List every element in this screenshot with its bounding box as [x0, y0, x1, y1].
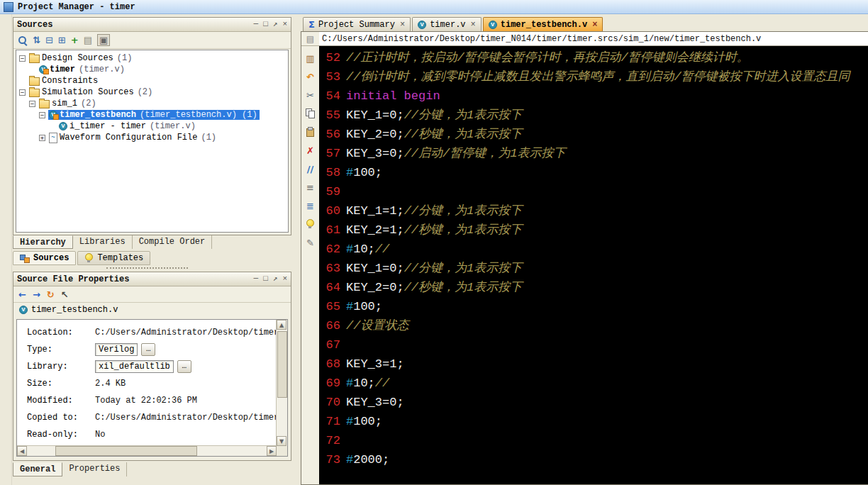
line-numbers-icon[interactable]: ≡ — [304, 182, 317, 193]
code-line-52[interactable]: 52//正计时时，按启动/暂停键会暂停计时，再按启动/暂停键则会继续计时。 — [319, 48, 868, 67]
tab-project-summary[interactable]: ΣProject Summary× — [303, 17, 411, 31]
close-tab-icon[interactable]: × — [592, 20, 597, 30]
toggle-comment-icon[interactable]: // — [304, 163, 317, 174]
property-value-box[interactable]: xil_defaultlib — [95, 360, 174, 373]
code-line-67[interactable]: 67 — [319, 335, 868, 355]
close-tab-icon[interactable]: × — [400, 20, 405, 30]
close-tab-icon[interactable]: × — [471, 20, 476, 30]
delete-icon[interactable]: ✗ — [304, 145, 317, 156]
horizontal-scrollbar[interactable]: ◀ ▶ — [17, 445, 277, 456]
scroll-up-icon[interactable]: ▲ — [277, 320, 286, 330]
code-line-70[interactable]: 70KEY_3=0; — [319, 393, 868, 412]
code-line-56[interactable]: 56KEY_2=0;//秒键，为1表示按下 — [319, 125, 868, 144]
code-line-63[interactable]: 63KEY_1=0;//分键，为1表示按下 — [319, 259, 868, 278]
verilog-file-icon — [489, 21, 497, 29]
tree-item-simulation-sources[interactable]: −Simulation Sources(2) — [16, 87, 288, 98]
code-line-60[interactable]: 60KEY_1=1;//分键，为1表示按下 — [319, 201, 868, 221]
collapse-icon[interactable]: − — [19, 55, 26, 62]
tree-item-waveform-configuration-file[interactable]: +Waveform Configuration File(1) — [16, 132, 288, 143]
code-line-59[interactable]: 59 — [319, 182, 868, 201]
select-pointer-icon[interactable]: ↖ — [61, 290, 69, 299]
tab-hierarchy[interactable]: Hierarchy — [13, 235, 73, 249]
maximize-button[interactable]: □ — [263, 21, 268, 28]
tab-sources[interactable]: Sources — [13, 251, 76, 265]
tab-properties[interactable]: Properties — [62, 462, 127, 476]
tree-item-sim-1[interactable]: −sim_1(2) — [16, 98, 288, 109]
folder-icon — [29, 77, 40, 86]
collapse-icon[interactable]: − — [19, 89, 26, 96]
tree-item-i-timer[interactable]: i_timer - timer(timer.v) — [16, 121, 288, 132]
tab-general[interactable]: General — [13, 462, 62, 476]
code-area[interactable]: 52//正计时时，按启动/暂停键会暂停计时，再按启动/暂停键则会继续计时。53/… — [319, 46, 868, 484]
tab-templates[interactable]: Templates — [77, 251, 150, 265]
tab-compile-order[interactable]: Compile Order — [133, 235, 213, 249]
tab-timer-v[interactable]: timer.v× — [412, 17, 482, 31]
tree-item-text: Simulation Sources — [42, 87, 134, 97]
tree-item-constraints[interactable]: Constraints — [16, 75, 288, 87]
minimize-button[interactable]: ─ — [254, 21, 259, 28]
browse-button[interactable]: … — [177, 360, 191, 373]
collapse-icon[interactable]: − — [29, 101, 35, 107]
vertical-scrollbar[interactable]: ▲ ▼ — [276, 320, 287, 446]
paste-icon[interactable] — [304, 126, 317, 138]
add-sources-icon[interactable]: + — [71, 35, 79, 45]
close-button[interactable]: × — [282, 275, 287, 283]
code-line-54[interactable]: 54initial begin — [319, 87, 868, 106]
tree-item-design-sources[interactable]: −Design Sources(1) — [16, 52, 288, 64]
tab-timer-testbench-v[interactable]: timer_testbench.v× — [483, 17, 603, 31]
line-number: 58 — [319, 163, 346, 182]
address-book-icon[interactable]: ▥ — [304, 52, 317, 64]
property-value-box[interactable]: Verilog — [95, 343, 138, 356]
code-line-55[interactable]: 55KEY_1=0;//分键，为1表示按下 — [319, 106, 868, 125]
lightbulb-icon[interactable] — [304, 218, 317, 230]
edit-mode-icon[interactable]: ✎ — [304, 237, 317, 248]
code-line-57[interactable]: 57KEY_3=0;//启动/暂停键，为1表示按下 — [319, 144, 868, 163]
code-line-64[interactable]: 64KEY_2=0;//秒键，为1表示按下 — [319, 278, 868, 297]
forward-icon[interactable]: → — [33, 290, 40, 299]
code-line-69[interactable]: 69#10;// — [319, 374, 868, 393]
minimize-button[interactable]: ─ — [254, 275, 259, 283]
code-line-65[interactable]: 65#100; — [319, 297, 868, 316]
collapse-icon[interactable]: − — [39, 112, 45, 118]
cut-icon[interactable]: ✂ — [304, 89, 317, 101]
expand-icon[interactable]: + — [39, 135, 45, 141]
back-icon[interactable]: ← — [18, 290, 26, 299]
editor-tabbar: ΣProject Summary×timer.v×timer_testbench… — [301, 17, 868, 31]
vivado-window: Project Manager - timer Sources ─□↗× ⇅⊟⊞… — [0, 0, 868, 485]
code-line-58[interactable]: 58#100; — [319, 163, 868, 182]
expand-all-icon[interactable]: ⊞ — [58, 35, 66, 45]
report-icon[interactable]: ▤ — [84, 35, 92, 45]
search-icon[interactable] — [18, 35, 28, 45]
float-button[interactable]: ↗ — [273, 21, 278, 28]
line-number: 57 — [319, 144, 346, 163]
browse-button[interactable]: … — [141, 343, 155, 356]
copy-icon[interactable] — [304, 108, 317, 119]
code-line-53[interactable]: 53//倒计时时，减到零时停止减数且发出警示蜂鸣声，直到启动/暂停键被按下时进入… — [319, 67, 868, 87]
panel-splitter-handle[interactable] — [106, 267, 188, 269]
tab-libraries[interactable]: Libraries — [73, 235, 133, 249]
undo-icon[interactable]: ↶ — [304, 71, 317, 82]
tree-item-timer[interactable]: timer(timer.v) — [16, 64, 288, 75]
scroll-to-selected-icon[interactable]: ▣ — [97, 34, 110, 46]
maximize-button[interactable]: □ — [263, 275, 268, 283]
code-line-73[interactable]: 73#2000; — [319, 450, 868, 469]
code-line-71[interactable]: 71#100; — [319, 412, 868, 431]
horizontal-scrollbar-thumb[interactable] — [55, 446, 197, 456]
filter-icon[interactable]: ⇅ — [33, 35, 40, 45]
refresh-icon[interactable]: ↻ — [47, 290, 55, 299]
tree-item-label: Waveform Configuration File(1) — [48, 133, 218, 143]
scroll-down-icon[interactable]: ▼ — [277, 436, 286, 446]
collapse-all-icon[interactable]: ⊟ — [45, 35, 53, 45]
close-button[interactable]: × — [282, 21, 287, 28]
code-line-66[interactable]: 66//设置状态 — [319, 316, 868, 335]
vertical-scrollbar-thumb[interactable] — [277, 331, 287, 398]
tree-item-timer-testbench[interactable]: −timer_testbench(timer_testbench.v) (1) — [16, 109, 288, 121]
float-button[interactable]: ↗ — [273, 275, 278, 283]
find-in-file-icon[interactable]: ≣ — [304, 200, 317, 211]
code-line-61[interactable]: 61KEY_2=1;//秒键，为1表示按下 — [319, 221, 868, 240]
scroll-right-icon[interactable]: ▶ — [267, 446, 277, 456]
scroll-left-icon[interactable]: ◀ — [17, 446, 27, 456]
code-line-62[interactable]: 62#10;// — [319, 240, 868, 259]
code-line-72[interactable]: 72 — [319, 431, 868, 450]
code-line-68[interactable]: 68KEY_3=1; — [319, 355, 868, 374]
